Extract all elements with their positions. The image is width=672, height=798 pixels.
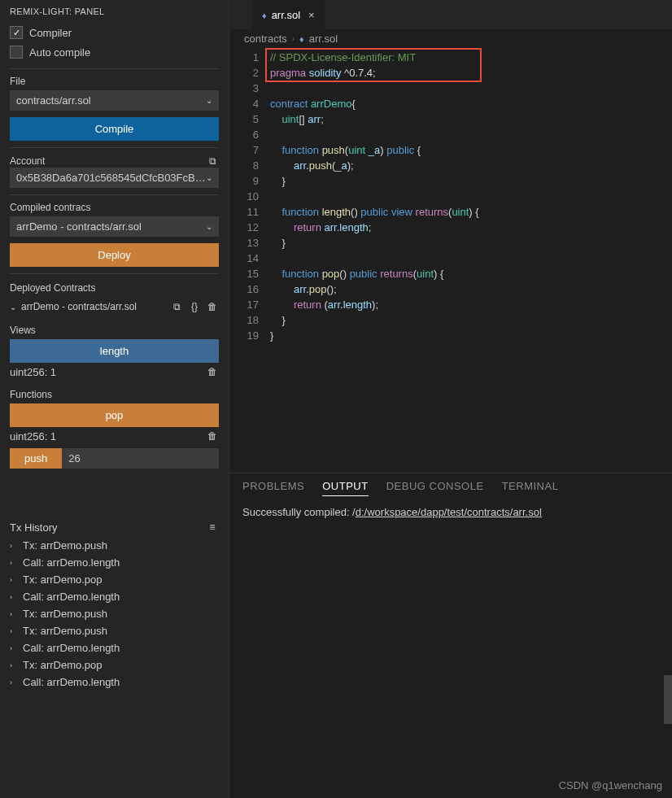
deployed-name: arrDemo - contracts/arr.sol: [21, 301, 165, 312]
tx-label: Tx: arrDemo.push: [23, 625, 107, 637]
tx-item[interactable]: ›Call: arrDemo.length: [10, 674, 219, 691]
compiler-label: Compiler: [29, 27, 72, 39]
breadcrumb-file[interactable]: arr.sol: [309, 33, 338, 45]
tab-debug[interactable]: DEBUG CONSOLE: [386, 480, 484, 496]
chevron-right-icon: ›: [10, 593, 18, 601]
output-body: Successfully compiled: /d:/workspace/dap…: [229, 503, 672, 521]
chevron-right-icon: ›: [292, 34, 295, 43]
tab-output[interactable]: OUTPUT: [322, 480, 368, 496]
push-row: push 26: [10, 448, 219, 469]
tx-label: Call: arrDemo.length: [23, 556, 120, 569]
tx-history-label: Tx History: [10, 521, 58, 534]
copy-icon[interactable]: ⧉: [170, 300, 183, 313]
account-value: 0x5B38Da6a701c568545dCfcB03FcB875...: [16, 172, 206, 184]
divider: [10, 194, 219, 195]
panel-title: REMIX-LIGHT: PANEL: [0, 0, 229, 23]
trash-icon[interactable]: 🗑: [206, 300, 219, 313]
editor-area: ♦ arr.sol × contracts › ♦ arr.sol 123456…: [229, 0, 672, 798]
compiler-checkbox-row[interactable]: Compiler: [10, 23, 219, 42]
tx-item[interactable]: ›Tx: arrDemo.pop: [10, 571, 219, 588]
braces-icon[interactable]: {}: [188, 300, 201, 313]
tab-bar: ♦ arr.sol ×: [229, 0, 672, 29]
tx-label: Call: arrDemo.length: [23, 591, 120, 603]
tx-item[interactable]: ›Call: arrDemo.length: [10, 639, 219, 656]
tx-label: Tx: arrDemo.push: [23, 539, 107, 552]
close-icon[interactable]: ×: [308, 9, 315, 21]
tab-arr-sol[interactable]: ♦ arr.sol ×: [252, 0, 325, 29]
output-prefix: Successfully compiled: /: [242, 506, 356, 518]
chevron-right-icon: ›: [10, 559, 18, 567]
breadcrumb[interactable]: contracts › ♦ arr.sol: [229, 29, 672, 48]
divider: [10, 68, 219, 69]
trash-icon[interactable]: 🗑: [206, 430, 219, 443]
push-button[interactable]: push: [10, 448, 62, 469]
line-gutter: 12345678910111213141516171819: [229, 50, 270, 473]
copy-icon[interactable]: ⧉: [206, 155, 219, 168]
account-label: Account: [10, 155, 45, 167]
chevron-down-icon: ⌄: [206, 96, 212, 105]
tx-item[interactable]: ›Call: arrDemo.length: [10, 554, 219, 571]
chevron-right-icon: ›: [10, 678, 18, 687]
ethereum-icon: ♦: [262, 11, 267, 20]
views-label: Views: [10, 325, 219, 336]
tx-item[interactable]: ›Tx: arrDemo.push: [10, 605, 219, 622]
chevron-down-icon: ⌄: [10, 303, 16, 312]
output-panel: PROBLEMS OUTPUT DEBUG CONSOLE TERMINAL S…: [229, 473, 672, 798]
tx-label: Tx: arrDemo.pop: [23, 659, 103, 671]
tx-item[interactable]: ›Tx: arrDemo.push: [10, 622, 219, 639]
file-value: contracts/arr.sol: [16, 94, 91, 107]
length-result: uint256: 1: [10, 366, 56, 378]
chevron-down-icon: ⌄: [206, 173, 212, 182]
trash-icon[interactable]: 🗑: [206, 365, 219, 378]
compiler-checkbox[interactable]: [10, 26, 23, 39]
functions-label: Functions: [10, 389, 219, 400]
chevron-right-icon: ›: [10, 661, 18, 669]
push-input[interactable]: 26: [62, 448, 219, 469]
divider: [10, 273, 219, 274]
autocompile-label: Auto compile: [29, 46, 90, 59]
file-select[interactable]: contracts/arr.sol ⌄: [10, 90, 219, 111]
tx-item[interactable]: ›Tx: arrDemo.pop: [10, 656, 219, 674]
chevron-right-icon: ›: [10, 627, 18, 635]
divider: [10, 147, 219, 148]
deployed-contracts-label: Deployed Contracts: [10, 282, 219, 294]
chevron-right-icon: ›: [10, 542, 18, 550]
deployed-contract-item[interactable]: ⌄ arrDemo - contracts/arr.sol ⧉ {} 🗑: [10, 297, 219, 316]
watermark: CSDN @q1wenchang: [559, 779, 662, 791]
tab-problems[interactable]: PROBLEMS: [242, 480, 304, 496]
compile-button[interactable]: Compile: [10, 117, 219, 141]
pop-result: uint256: 1: [10, 430, 56, 443]
chevron-right-icon: ›: [10, 644, 18, 652]
code-content[interactable]: // SPDX-License-Identifier: MIT pragma s…: [270, 50, 672, 473]
compiled-label: Compiled contracs: [10, 202, 219, 213]
chevron-right-icon: ›: [10, 576, 18, 584]
code-editor[interactable]: 12345678910111213141516171819 // SPDX-Li…: [229, 48, 672, 473]
tx-label: Tx: arrDemo.push: [23, 608, 107, 620]
output-path[interactable]: d:/workspace/dapp/test/contracts/arr.sol: [356, 506, 542, 518]
output-tabs: PROBLEMS OUTPUT DEBUG CONSOLE TERMINAL: [229, 473, 672, 503]
autocompile-checkbox[interactable]: [10, 46, 23, 59]
account-select[interactable]: 0x5B38Da6a701c568545dCfcB03FcB875... ⌄: [10, 168, 219, 188]
length-button[interactable]: length: [10, 339, 219, 363]
pop-button[interactable]: pop: [10, 403, 219, 427]
tx-label: Tx: arrDemo.pop: [23, 573, 103, 586]
list-icon[interactable]: ≡: [206, 521, 219, 534]
ethereum-icon: ♦: [299, 34, 304, 44]
tx-label: Call: arrDemo.length: [23, 642, 120, 654]
tx-label: Call: arrDemo.length: [23, 676, 120, 688]
compiled-select[interactable]: arrDemo - contracts/arr.sol ⌄: [10, 216, 219, 237]
compiled-value: arrDemo - contracts/arr.sol: [16, 220, 142, 233]
breadcrumb-contracts[interactable]: contracts: [244, 33, 287, 45]
chevron-right-icon: ›: [10, 610, 18, 618]
file-label: File: [10, 76, 219, 87]
chevron-down-icon: ⌄: [206, 222, 212, 231]
deploy-button[interactable]: Deploy: [10, 243, 219, 267]
tab-terminal[interactable]: TERMINAL: [502, 480, 559, 496]
autocompile-checkbox-row[interactable]: Auto compile: [10, 42, 219, 62]
tx-item[interactable]: ›Call: arrDemo.length: [10, 588, 219, 605]
tab-label: arr.sol: [272, 9, 300, 21]
tx-item[interactable]: ›Tx: arrDemo.push: [10, 537, 219, 554]
remix-panel: REMIX-LIGHT: PANEL Compiler Auto compile…: [0, 0, 229, 798]
